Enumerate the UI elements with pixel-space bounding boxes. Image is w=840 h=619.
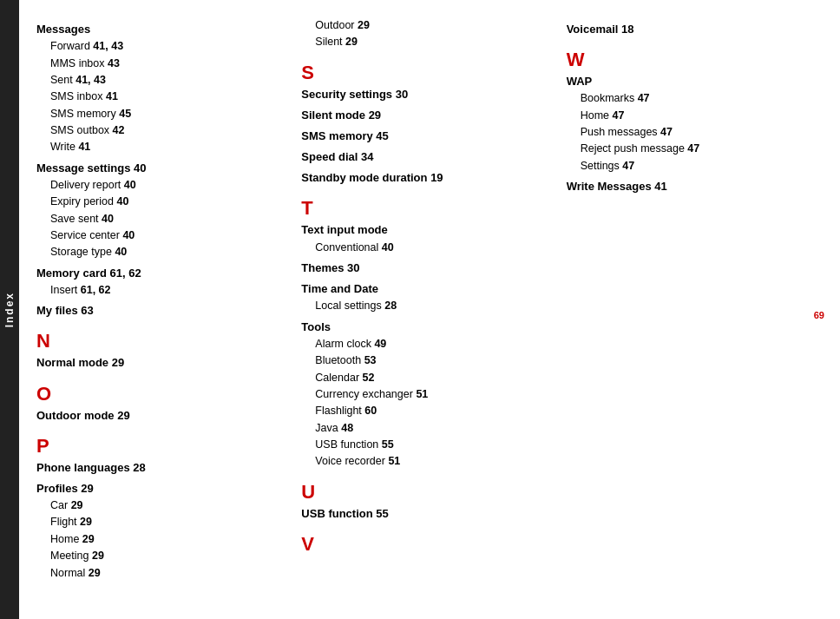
index-entry: Voicemail 18 (567, 21, 814, 38)
entry-sub-number: 52 (363, 372, 375, 384)
entry-number: 30 (396, 88, 408, 101)
index-entry: Home 29 (36, 531, 284, 548)
entry-sub-text: Push messages (581, 126, 658, 138)
entry-number: 29 (112, 356, 124, 369)
page-number: 69 (814, 310, 824, 320)
entry-sub-text: USB function (315, 438, 378, 451)
entry-main-text: USB function (301, 507, 372, 520)
entry-number: 34 (361, 150, 373, 163)
index-entry: Security settings 30 (301, 86, 548, 103)
entry-main-text: Normal mode (36, 356, 108, 369)
entry-sub-number: 40 (124, 179, 136, 191)
entry-sub-number: 41, 43 (93, 40, 123, 52)
entry-sub-number: 29 (89, 567, 101, 579)
index-entry: Messages (36, 21, 284, 38)
entry-sub-text: Bookmarks (581, 92, 635, 104)
entry-sub-text: Home (581, 109, 609, 122)
index-entry: SMS outbox 42 (36, 122, 284, 139)
index-entry: USB function 55 (301, 505, 548, 523)
entry-sub-text: SMS outbox (50, 124, 109, 136)
index-entry: Outdoor mode 29 (36, 407, 284, 425)
entry-sub-text: MMS inbox (50, 57, 105, 69)
entry-sub-number: 43 (108, 57, 120, 69)
entry-sub-text: Delivery report (50, 179, 121, 191)
entry-main-text: My files (36, 304, 78, 317)
entry-sub-text: Java (315, 422, 338, 434)
index-entry: Save sent 40 (36, 211, 284, 227)
entry-sub-number: 40 (102, 213, 114, 225)
entry-main-text: Silent mode (301, 109, 365, 122)
section-letter-s: S (301, 63, 548, 82)
index-entry: Normal 29 (36, 565, 284, 582)
entry-sub-number: 49 (374, 338, 386, 350)
index-entry: Profiles 29 (36, 480, 284, 497)
entry-sub-number: 40 (122, 229, 135, 241)
entry-sub-number: 41, 43 (75, 74, 106, 86)
entry-number: 40 (134, 161, 146, 175)
index-entry: USB function 55 (301, 437, 548, 453)
index-entry: Flight 29 (36, 514, 284, 530)
index-entry: Expiry period 40 (36, 194, 284, 210)
entry-number: 61, 62 (110, 267, 141, 280)
entry-sub-number: 41 (78, 141, 90, 153)
entry-sub-text: Sent (50, 74, 73, 86)
entry-main-text: Text input mode (301, 223, 387, 236)
entry-sub-number: 48 (341, 422, 353, 434)
entry-sub-text: Flashlight (315, 405, 362, 417)
column-2: Outdoor 29Silent 29SSecurity settings 30… (301, 17, 566, 610)
entry-number: 28 (133, 461, 145, 474)
entry-sub-text: Write (50, 141, 75, 153)
entry-sub-text: Insert (50, 284, 77, 296)
entry-main-text: Message settings (36, 161, 130, 175)
entry-sub-text: Outdoor (315, 19, 354, 31)
index-entry: Memory card 61, 62 (36, 265, 284, 282)
entry-sub-text: Settings (581, 160, 620, 172)
entry-main-text: Themes (301, 261, 344, 274)
main-content: MessagesForward 41, 43MMS inbox 43Sent 4… (19, 0, 840, 619)
sidebar: Index (0, 0, 19, 619)
index-entry: Write Messages 41 (567, 178, 814, 195)
entry-number: 55 (376, 507, 388, 520)
entry-sub-text: Service center (50, 229, 120, 241)
index-entry: Bluetooth 53 (301, 352, 548, 369)
entry-sub-text: Storage type (50, 246, 112, 258)
entry-main-text: Time and Date (301, 282, 378, 295)
entry-sub-text: Normal (50, 567, 85, 579)
entry-sub-text: Home (50, 533, 79, 545)
index-entry: Phone languages 28 (36, 459, 284, 477)
entry-sub-number: 51 (416, 388, 428, 400)
entry-number: 29 (81, 482, 93, 495)
entry-number: 18 (621, 23, 633, 36)
entry-main-text: Voicemail (567, 23, 619, 36)
index-entry: Reject push message 47 (567, 141, 814, 157)
entry-sub-number: 29 (92, 550, 104, 562)
entry-main-text: Outdoor mode (36, 409, 115, 422)
entry-number: 41 (654, 180, 666, 193)
index-entry: SMS memory 45 (301, 128, 548, 145)
entry-sub-text: Meeting (50, 550, 89, 562)
index-entry: MMS inbox 43 (36, 56, 284, 72)
entry-sub-number: 29 (82, 533, 95, 545)
index-entry: Themes 30 (301, 260, 548, 277)
section-letter-t: T (301, 199, 548, 218)
index-entry: Home 47 (567, 108, 814, 124)
index-entry: Forward 41, 43 (36, 38, 284, 55)
entry-sub-number: 40 (382, 241, 394, 254)
index-entry: Time and Date (301, 280, 548, 298)
entry-sub-text: Car (50, 499, 68, 511)
entry-sub-text: Currency exchanger (315, 388, 413, 400)
entry-sub-text: Expiry period (50, 195, 114, 207)
index-entry: Settings 47 (567, 158, 814, 175)
entry-main-text: Phone languages (36, 461, 130, 474)
index-entry: Standby mode duration 19 (301, 169, 548, 187)
section-letter-o: O (36, 385, 284, 404)
entry-sub-number: 47 (622, 160, 634, 172)
entry-sub-text: Calendar (315, 372, 359, 384)
entry-sub-text: Conventional (315, 241, 378, 254)
entry-sub-number: 42 (113, 124, 125, 136)
entry-sub-number: 40 (116, 195, 128, 207)
index-entry: Sent 41, 43 (36, 72, 284, 89)
section-letter-n: N (36, 332, 284, 351)
entry-main-text: SMS memory (301, 129, 372, 142)
sidebar-label: Index (3, 292, 16, 327)
